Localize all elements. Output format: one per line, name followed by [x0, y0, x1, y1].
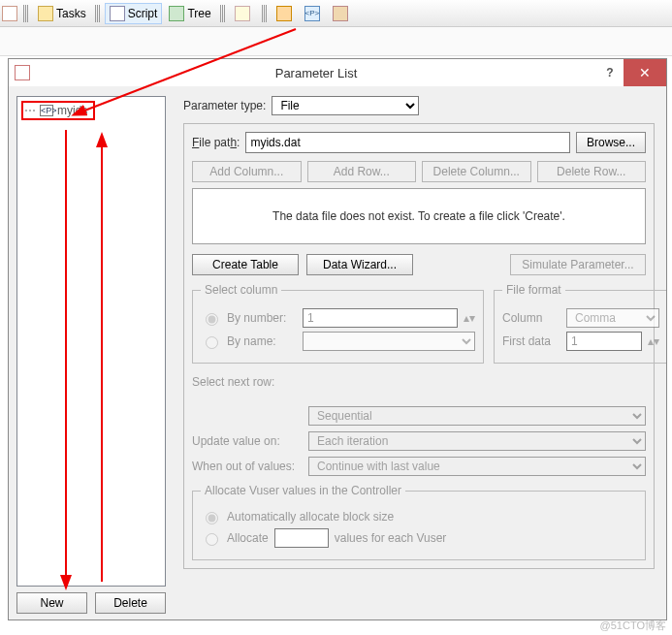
allocate-group: Allocate Vuser values in the Controller …: [192, 484, 646, 560]
dialog-icon: [15, 65, 30, 80]
allocate-legend: Allocate Vuser values in the Controller: [201, 484, 405, 497]
new-button[interactable]: New: [16, 592, 87, 614]
auto-allocate-label: Automatically allocate block size: [227, 510, 394, 524]
browse-button[interactable]: Browse...: [576, 132, 646, 153]
delete-row-button: Delete Row...: [537, 161, 647, 182]
db-icon: [333, 6, 348, 21]
by-name-select: [303, 332, 475, 351]
script-button[interactable]: Script: [105, 3, 163, 24]
file-path-label: File path:: [192, 136, 240, 149]
by-number-input: [303, 308, 458, 328]
tree-node-label: myids: [57, 104, 87, 117]
message-text: The data file does not exist. To create …: [272, 209, 565, 223]
parameter-icon: <P>: [304, 6, 320, 21]
file-group: File path: Browse... Add Column... Add R…: [183, 123, 655, 569]
grip-icon: [23, 5, 29, 22]
table-icon: [2, 6, 17, 21]
update-value-label: Update value on:: [192, 434, 308, 448]
file-format-legend: File format: [502, 283, 565, 297]
watermark: @51CTO博客: [600, 619, 666, 633]
wizard-icon: [276, 6, 292, 21]
add-row-button: Add Row...: [307, 161, 417, 182]
select-next-row-label: Select next row:: [192, 375, 646, 389]
help-button[interactable]: ?: [596, 59, 624, 86]
manual-allocate-label: Allocate: [227, 531, 269, 545]
out-of-values-select: Continue with last value: [308, 457, 646, 476]
parameter-type-select[interactable]: File: [272, 96, 419, 115]
tasks-button[interactable]: Tasks: [33, 3, 91, 24]
tree-icon: [169, 6, 184, 21]
script-icon: [110, 6, 125, 21]
grip-icon: [262, 5, 268, 22]
delete-column-button: Delete Column...: [422, 161, 531, 182]
by-number-label: By number:: [227, 311, 297, 325]
update-value-select: Each iteration: [308, 431, 646, 451]
dialog-title: Parameter List: [36, 66, 596, 80]
grip-icon: [220, 5, 226, 22]
simulate-parameter-button: Simulate Parameter...: [510, 254, 646, 275]
file-path-input[interactable]: [245, 132, 570, 153]
parameter-type-label: Parameter type:: [183, 99, 266, 112]
tree-button[interactable]: Tree: [164, 3, 215, 24]
tree-label: Tree: [187, 7, 210, 20]
view-button[interactable]: [230, 3, 258, 24]
data-wizard-button[interactable]: Data Wizard...: [306, 254, 413, 275]
file-format-group: File format Column Comma First data ▴▾: [494, 283, 666, 364]
top-toolbar: Tasks Script Tree <P>: [0, 0, 672, 27]
create-table-button[interactable]: Create Table: [192, 254, 299, 275]
close-button[interactable]: ✕: [624, 59, 666, 86]
by-name-label: By name:: [227, 334, 297, 348]
auto-allocate-radio: [206, 512, 218, 524]
parameter-list-button[interactable]: <P>: [302, 3, 326, 24]
panel-icon: [235, 6, 250, 21]
allocate-count-input: [274, 528, 329, 548]
param-icon: <P>: [40, 105, 53, 116]
by-name-radio: [206, 336, 218, 349]
select-column-legend: Select column: [201, 283, 281, 297]
message-box: The data file does not exist. To create …: [192, 188, 646, 244]
by-number-radio: [206, 313, 218, 326]
column-delim-label: Column: [502, 311, 560, 325]
parameter-list-dialog: Parameter List ? ✕ ⋯ <P> myids New Delet…: [8, 58, 667, 620]
allocate-suffix: values for each Vuser: [335, 531, 447, 545]
add-column-button: Add Column...: [192, 161, 302, 182]
column-delim-select: Comma: [566, 308, 659, 328]
grip-icon: [95, 5, 101, 22]
wizard-button[interactable]: [272, 3, 300, 24]
first-data-label: First data: [502, 334, 560, 348]
tasks-label: Tasks: [56, 7, 86, 20]
select-next-row-select: Sequential: [308, 406, 646, 426]
delete-button[interactable]: Delete: [95, 592, 166, 614]
tasks-icon: [38, 6, 53, 21]
out-of-values-label: When out of values:: [192, 460, 308, 473]
db-button[interactable]: [328, 3, 356, 24]
title-bar: Parameter List ? ✕: [9, 59, 666, 86]
script-label: Script: [128, 7, 158, 20]
select-column-group: Select column By number: ▴▾ By name:: [192, 283, 484, 364]
manual-allocate-radio: [206, 533, 218, 546]
parameter-tree[interactable]: ⋯ <P> myids: [16, 96, 166, 587]
first-data-input: [566, 332, 642, 351]
tree-node-myids[interactable]: ⋯ <P> myids: [21, 101, 95, 120]
